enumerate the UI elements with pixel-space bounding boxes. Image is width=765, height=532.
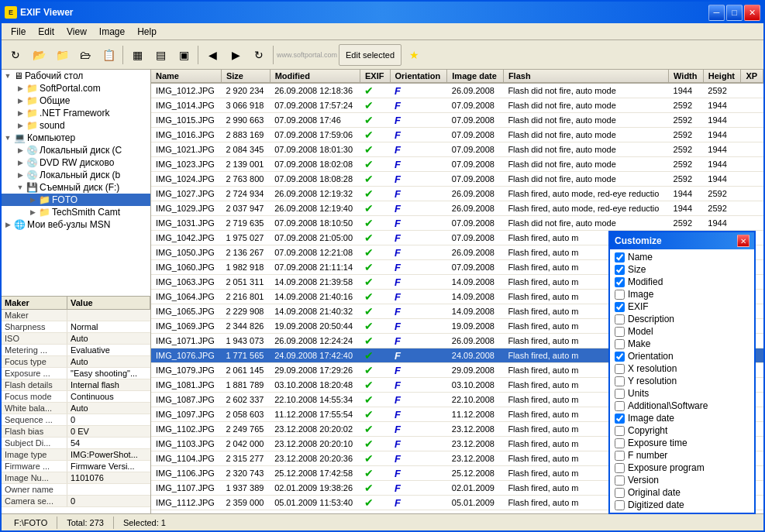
expander[interactable]: ▶ [14, 122, 26, 129]
tree-item-computer[interactable]: ▼ 💻 Компьютер [2, 132, 150, 144]
menu-view[interactable]: View [60, 25, 93, 39]
customize-item[interactable]: Exposure time [612, 437, 753, 449]
customize-checkbox[interactable] [615, 475, 625, 486]
expander[interactable]: ▼ [14, 184, 26, 191]
tree-item-diskf[interactable]: ▼ 💾 Съемный диск (F:) [2, 181, 150, 194]
tb-folder-up[interactable]: 📁 [51, 44, 73, 66]
customize-checkbox[interactable] [615, 327, 625, 337]
tb-prev[interactable]: ◀ [202, 44, 223, 66]
expander[interactable]: ▶ [26, 196, 39, 204]
expander[interactable]: ▶ [2, 221, 14, 228]
customize-item[interactable]: Y resolution [612, 375, 753, 387]
customize-checkbox[interactable] [615, 389, 625, 399]
col-image-date[interactable]: Image date [447, 70, 504, 83]
col-flash[interactable]: Flash [503, 70, 668, 83]
customize-checkbox[interactable] [615, 364, 625, 374]
col-exif[interactable]: EXIF [360, 70, 390, 83]
table-row[interactable]: IMG_1023.JPG 2 139 001 07.09.2008 18:02:… [151, 157, 763, 172]
expander[interactable]: ▶ [14, 84, 26, 92]
minimize-button[interactable]: ─ [708, 5, 725, 21]
expander[interactable]: ▶ [14, 159, 26, 166]
maximize-button[interactable]: □ [726, 5, 743, 21]
expander[interactable]: ▶ [14, 97, 26, 105]
table-row[interactable]: IMG_1012.JPG 2 920 234 26.09.2008 12:18:… [151, 83, 763, 98]
customize-checkbox[interactable] [615, 352, 625, 362]
customize-checkbox[interactable] [615, 500, 625, 510]
customize-item[interactable]: Size [612, 263, 753, 276]
table-row[interactable]: IMG_1031.JPG 2 719 635 07.09.2008 18:10:… [151, 216, 763, 231]
customize-item[interactable]: Modified [612, 276, 753, 288]
tree-item-dvd[interactable]: ▶ 💿 DVD RW дисково [2, 156, 150, 169]
customize-checkbox[interactable] [615, 252, 625, 263]
table-row[interactable]: IMG_1024.JPG 2 763 800 07.09.2008 18:08:… [151, 172, 763, 187]
tree-item-foto[interactable]: ▶ 📁 FOTO [2, 194, 150, 206]
tb-new-folder[interactable]: 🗁 [74, 44, 96, 66]
customize-item[interactable]: EXIF [612, 300, 753, 313]
customize-checkbox[interactable] [615, 290, 625, 300]
customize-item[interactable]: Name [612, 251, 753, 263]
table-row[interactable]: IMG_1029.JPG 2 037 947 26.09.2008 12:19:… [151, 201, 763, 216]
customize-checkbox[interactable] [615, 314, 625, 324]
col-size[interactable]: Size [221, 70, 270, 83]
tree-item-obshie[interactable]: ▶ 📁 Общие [2, 94, 150, 107]
expander[interactable]: ▶ [26, 208, 39, 216]
col-name[interactable]: Name [151, 70, 221, 83]
tb-view1[interactable]: ▦ [126, 44, 148, 66]
customize-checkbox[interactable] [615, 265, 625, 275]
tree-item-desktop[interactable]: ▼ 🖥 Рабочий стол [2, 70, 150, 82]
col-modified[interactable]: Modified [270, 70, 360, 83]
customize-checkbox[interactable] [615, 376, 625, 386]
folder-tree[interactable]: ▼ 🖥 Рабочий стол ▶ 📁 SoftPortal.com ▶ 📁 … [2, 70, 150, 297]
customize-checkbox[interactable] [615, 339, 625, 349]
edit-selected-button[interactable]: Edit selected [339, 44, 401, 66]
tree-item-diskc[interactable]: ▶ 💿 Локальный диск (C [2, 144, 150, 156]
customize-item[interactable]: Additional\Software [612, 400, 753, 412]
tb-folder-open[interactable]: 📂 [28, 44, 50, 66]
customize-item[interactable]: Image [612, 288, 753, 300]
customize-item[interactable]: F number [612, 449, 753, 462]
customize-checkbox[interactable] [615, 302, 625, 312]
tb-copy[interactable]: 📋 [98, 44, 119, 66]
customize-checkbox[interactable] [615, 463, 625, 473]
menu-image[interactable]: Image [93, 25, 131, 39]
expander[interactable]: ▼ [2, 134, 14, 142]
customize-checkbox[interactable] [615, 414, 625, 424]
customize-item[interactable]: Exposure program [612, 462, 753, 474]
customize-item[interactable]: Orientation [612, 350, 753, 362]
customize-checkbox[interactable] [615, 401, 625, 411]
expander[interactable]: ▶ [14, 146, 26, 154]
tree-item-net[interactable]: ▶ 📁 .NET Framework [2, 107, 150, 119]
customize-item[interactable]: Model [612, 325, 753, 338]
customize-item[interactable]: Units [612, 387, 753, 400]
col-orientation[interactable]: Orientation [390, 70, 447, 83]
customize-item[interactable]: Image date [612, 412, 753, 424]
expander[interactable]: ▶ [14, 109, 26, 117]
customize-item[interactable]: Digitized date [612, 499, 753, 511]
menu-help[interactable]: Help [131, 25, 163, 39]
expander[interactable]: ▼ [2, 72, 14, 80]
tb-view3[interactable]: ▣ [173, 44, 195, 66]
customize-checkbox[interactable] [615, 513, 625, 513]
menu-edit[interactable]: Edit [32, 25, 60, 39]
col-xp[interactable]: XP [741, 70, 763, 83]
table-row[interactable]: IMG_1014.JPG 3 066 918 07.09.2008 17:57:… [151, 98, 763, 113]
tb-star[interactable]: ★ [403, 44, 425, 66]
close-button[interactable]: ✕ [744, 5, 760, 21]
customize-item[interactable]: Original date [612, 486, 753, 499]
tree-item-sound[interactable]: ▶ 📁 sound [2, 119, 150, 132]
customize-checkbox[interactable] [615, 488, 625, 498]
table-row[interactable]: IMG_1027.JPG 2 724 934 26.09.2008 12:19:… [151, 187, 763, 201]
customize-checkbox[interactable] [615, 451, 625, 461]
expander[interactable]: ▶ [14, 171, 26, 179]
customize-checkbox[interactable] [615, 426, 625, 436]
dialog-close-button[interactable]: ✕ [737, 235, 749, 247]
table-row[interactable]: IMG_1021.JPG 2 084 345 07.09.2008 18:01:… [151, 142, 763, 157]
col-width[interactable]: Width [669, 70, 704, 83]
tb-next[interactable]: ▶ [225, 44, 246, 66]
tree-item-techsmith[interactable]: ▶ 📁 TechSmith Camt [2, 206, 150, 218]
customize-item[interactable]: Version [612, 474, 753, 486]
tb-rotate[interactable]: ↻ [248, 44, 270, 66]
customize-checkbox[interactable] [615, 277, 625, 287]
customize-checkbox[interactable] [615, 438, 625, 448]
table-row[interactable]: IMG_1016.JPG 2 883 169 07.09.2008 17:59:… [151, 128, 763, 142]
